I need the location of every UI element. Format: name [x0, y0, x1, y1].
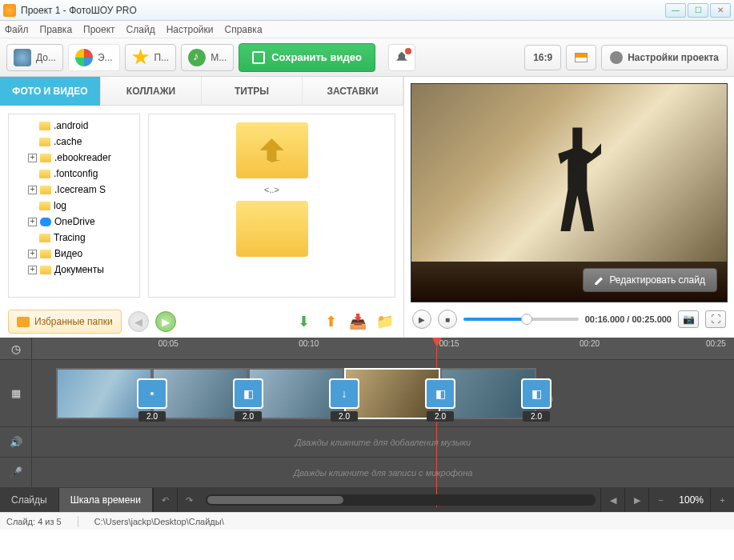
maximize-button[interactable]: ☐ [688, 3, 708, 18]
add-button[interactable]: До... [6, 44, 63, 71]
zoom-in-button[interactable]: + [710, 488, 734, 512]
music-icon [188, 49, 206, 66]
tree-item[interactable]: .android [54, 120, 88, 131]
folder-tree[interactable]: .android .cache +.ebookreader .fontconfi… [8, 114, 140, 298]
music-label: М... [211, 52, 227, 63]
favorites-button[interactable]: Избранные папки [8, 310, 122, 334]
effects-label: Э... [98, 52, 113, 63]
music-placeholder: Дважды кликните для добавления музыки [32, 438, 734, 447]
mic-icon: 🎤 [0, 458, 32, 487]
thumbnail-pane[interactable]: <..> [148, 114, 395, 298]
view-slides-tab[interactable]: Слайды [0, 488, 59, 512]
upload-button[interactable]: ⬆ [320, 311, 341, 332]
tree-item[interactable]: .ebookreader [54, 152, 111, 163]
tab-photo-video[interactable]: ФОТО И ВИДЕО [0, 77, 101, 106]
status-slide-count: Слайд: 4 из 5 [6, 517, 62, 526]
ruler-tick: 00:05 [158, 339, 178, 348]
status-bar: Слайд: 4 из 5 C:\Users\jackp\Desktop\Сла… [0, 512, 734, 530]
menu-bar: Файл Правка Проект Слайд Настройки Справ… [0, 21, 734, 38]
folder-star-icon [17, 317, 30, 327]
ruler-tick: 00:15 [439, 339, 459, 348]
aspect-ratio-button[interactable]: 16:9 [524, 45, 561, 70]
aspect-label: 16:9 [533, 52, 552, 63]
transition-2[interactable]: ◧2.0 [233, 378, 263, 409]
project-settings-button[interactable]: Настройки проекта [601, 45, 728, 70]
fullscreen-button[interactable]: ⛶ [705, 310, 726, 328]
gear-icon [610, 51, 623, 64]
theme-button[interactable] [566, 45, 596, 70]
menu-file[interactable]: Файл [5, 24, 29, 35]
tab-intros[interactable]: ЗАСТАВКИ [303, 77, 403, 106]
save-label: Сохранить видео [271, 51, 362, 63]
add-label: До... [36, 52, 56, 63]
settings-label: Настройки проекта [628, 52, 719, 63]
tree-item[interactable]: .Icecream S [54, 184, 106, 195]
timeline-scrollbar[interactable] [206, 494, 596, 506]
video-track: ▦ •2.0 ◧2.0 ↓2.0 ◧2.0 ◧2.0 ф из [0, 360, 734, 427]
tree-item[interactable]: Видео [54, 248, 82, 259]
tree-item[interactable]: log [54, 200, 66, 211]
time-display: 00:16.000 / 00:25.000 [585, 314, 672, 324]
tab-collages[interactable]: КОЛЛАЖИ [101, 77, 202, 106]
transition-5[interactable]: ◧2.0 [521, 378, 552, 409]
tree-item[interactable]: .fontconfig [54, 168, 98, 179]
menu-edit[interactable]: Правка [40, 24, 73, 35]
tree-item[interactable]: .cache [54, 136, 82, 147]
pencil-icon [595, 275, 604, 285]
import-button[interactable]: 📥 [347, 311, 368, 332]
transition-4[interactable]: ◧2.0 [425, 378, 455, 409]
mic-track[interactable]: 🎤 Дважды кликните для записи с микрофона [0, 458, 734, 488]
menu-help[interactable]: Справка [224, 24, 262, 35]
ruler-tick: 00:20 [580, 339, 600, 348]
tree-item[interactable]: OneDrive [54, 216, 95, 227]
scroll-left-button[interactable]: ◀ [600, 488, 624, 512]
nav-back-button[interactable]: ◀ [128, 311, 149, 332]
status-path: C:\Users\jackp\Desktop\Слайды\ [94, 517, 224, 526]
save-icon [252, 51, 265, 64]
title-bar: Проект 1 - ФотоШОУ PRO — ☐ ✕ [0, 0, 734, 21]
minimize-button[interactable]: — [665, 3, 686, 18]
edit-slide-button[interactable]: Редактировать слайд [583, 268, 717, 292]
palette-icon [75, 49, 93, 66]
tree-item[interactable]: Tracing [54, 232, 86, 243]
folder-thumb[interactable] [236, 201, 308, 257]
favorites-label: Избранные папки [34, 316, 113, 327]
save-video-button[interactable]: Сохранить видео [239, 43, 375, 72]
folder-up-label: <..> [264, 185, 279, 194]
download-button[interactable]: ⬇ [293, 311, 314, 332]
preview-viewport[interactable]: Редактировать слайд [411, 83, 728, 302]
time-ruler[interactable]: ◷ 00:05 00:10 00:15 00:20 00:25 [0, 338, 734, 360]
timeline: ◷ 00:05 00:10 00:15 00:20 00:25 ▦ •2.0 ◧… [0, 338, 734, 512]
tab-titles[interactable]: ТИТРЫ [202, 77, 303, 106]
extras-button[interactable]: П... [125, 44, 177, 71]
effects-button[interactable]: Э... [68, 44, 120, 71]
folder-up-thumb[interactable] [236, 122, 308, 178]
redo-button[interactable]: ↷ [177, 488, 201, 512]
menu-settings[interactable]: Настройки [166, 24, 214, 35]
transition-1[interactable]: •2.0 [137, 378, 167, 409]
clock-icon: ◷ [0, 338, 32, 359]
menu-project[interactable]: Проект [83, 24, 115, 35]
menu-slide[interactable]: Слайд [126, 24, 155, 35]
scroll-right-button[interactable]: ▶ [624, 488, 648, 512]
stop-button[interactable]: ■ [438, 310, 457, 329]
zoom-out-button[interactable]: − [648, 488, 672, 512]
video-track-body[interactable]: •2.0 ◧2.0 ↓2.0 ◧2.0 ◧2.0 ф из [32, 360, 734, 426]
close-button[interactable]: ✕ [710, 3, 731, 18]
music-button[interactable]: М... [181, 44, 234, 71]
transition-3[interactable]: ↓2.0 [329, 378, 359, 409]
notifications-button[interactable] [388, 44, 415, 71]
tree-item[interactable]: Документы [54, 264, 104, 275]
play-button[interactable]: ▶ [412, 310, 431, 329]
playback-controls: ▶ ■ 00:16.000 / 00:25.000 📷 ⛶ [411, 302, 728, 331]
snapshot-button[interactable]: 📷 [678, 310, 699, 328]
music-track[interactable]: 🔊 Дважды кликните для добавления музыки [0, 427, 734, 458]
left-panel: ФОТО И ВИДЕО КОЛЛАЖИ ТИТРЫ ЗАСТАВКИ .and… [0, 77, 404, 338]
view-timeline-tab[interactable]: Шкала времени [59, 488, 153, 512]
seek-slider[interactable] [463, 318, 579, 321]
undo-button[interactable]: ↶ [153, 488, 177, 512]
app-icon [3, 4, 16, 17]
main-toolbar: До... Э... П... М... Сохранить видео 16:… [0, 38, 734, 77]
nav-forward-button[interactable]: ▶ [155, 311, 176, 332]
folder-button[interactable]: 📁 [375, 311, 395, 332]
